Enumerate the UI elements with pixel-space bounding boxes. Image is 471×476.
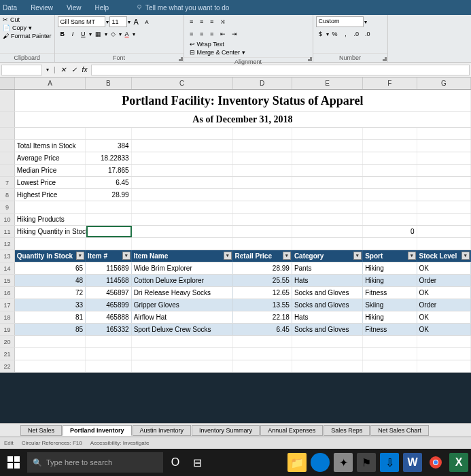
cell[interactable]	[233, 360, 292, 372]
cell[interactable]	[417, 336, 471, 347]
sheet-tab-summary[interactable]: Inventory Summary	[192, 425, 260, 436]
align-right-button[interactable]: ≡	[207, 29, 217, 39]
tell-me-search[interactable]: Tell me what you want to do	[136, 4, 229, 12]
dropdown-arrow-icon[interactable]: ▾	[133, 31, 135, 37]
align-center-button[interactable]: ≡	[197, 29, 207, 39]
cell[interactable]: 165332	[86, 324, 132, 335]
active-cell[interactable]	[86, 226, 132, 237]
cell[interactable]	[233, 336, 292, 347]
chrome-icon[interactable]	[426, 453, 445, 472]
cell[interactable]: 22.18	[233, 311, 292, 323]
cell[interactable]: Hiking Quantity in Stock	[15, 226, 86, 237]
table-header-price[interactable]: Retail Price▾	[233, 250, 292, 262]
cell[interactable]	[15, 128, 86, 139]
cell[interactable]	[292, 214, 363, 225]
decrease-decimal-button[interactable]: .0	[362, 29, 373, 39]
start-button[interactable]	[3, 452, 24, 473]
orientation-button[interactable]: ⤭	[217, 16, 228, 27]
cell[interactable]: 114568	[86, 275, 132, 286]
row-header[interactable]	[0, 152, 15, 164]
format-painter-button[interactable]: 🖌Format Painter	[3, 33, 52, 39]
cell[interactable]	[132, 177, 233, 188]
cell[interactable]	[363, 238, 417, 250]
italic-button[interactable]: I	[68, 29, 77, 39]
cell[interactable]: 33	[15, 299, 86, 311]
col-header-b[interactable]: B	[86, 78, 132, 89]
cell[interactable]	[292, 128, 363, 139]
cell[interactable]: 384	[86, 140, 132, 152]
cell[interactable]	[417, 152, 471, 164]
cell[interactable]	[86, 336, 132, 347]
enter-formula-button[interactable]: ✓	[69, 66, 80, 73]
cell[interactable]	[132, 201, 233, 213]
row-header[interactable]: 12	[0, 238, 15, 250]
cell[interactable]: Highest Price	[15, 189, 86, 201]
cell[interactable]	[15, 348, 86, 360]
cell[interactable]	[292, 201, 363, 213]
excel-icon[interactable]: X	[449, 453, 468, 472]
cell[interactable]: 6.45	[233, 324, 292, 335]
col-header-e[interactable]: E	[292, 78, 363, 89]
sheet-title[interactable]: Portland Facility: Inventory Status of A…	[15, 90, 471, 111]
cell[interactable]	[417, 348, 471, 360]
row-header[interactable]	[0, 90, 15, 111]
cell[interactable]: Order	[417, 299, 471, 311]
cell[interactable]	[132, 165, 233, 176]
tab-help[interactable]: Help	[94, 4, 109, 12]
cell[interactable]	[417, 360, 471, 372]
cell[interactable]: 28.99	[86, 189, 132, 201]
cell[interactable]: Median Price	[15, 165, 86, 176]
cell[interactable]: 25.55	[233, 275, 292, 286]
row-header[interactable]: 7	[0, 177, 15, 188]
row-header[interactable]: 9	[0, 201, 15, 213]
cell[interactable]	[417, 238, 471, 250]
cell[interactable]	[417, 128, 471, 139]
sheet-tab-austin[interactable]: Austin Inventory	[133, 425, 192, 436]
row-header[interactable]: 21	[0, 348, 15, 360]
cell[interactable]	[363, 177, 417, 188]
currency-button[interactable]: $	[316, 29, 326, 39]
row-header[interactable]: 19	[0, 324, 15, 335]
cell[interactable]: 28.99	[233, 262, 292, 274]
cell[interactable]: 48	[15, 275, 86, 286]
wrap-text-button[interactable]: ↩Wrap Text	[190, 41, 310, 48]
font-color-button[interactable]: A	[122, 29, 132, 39]
tab-data[interactable]: Data	[3, 4, 17, 12]
table-header-item[interactable]: Item #▾	[86, 250, 132, 262]
cell[interactable]: 12.65	[233, 287, 292, 299]
cell[interactable]: Hats	[292, 311, 363, 323]
dropdown-arrow-icon[interactable]: ▾	[326, 31, 329, 37]
sheet-tab-chart[interactable]: Net Sales Chart	[370, 425, 429, 436]
percent-button[interactable]: %	[330, 29, 341, 39]
dialog-launcher-icon[interactable]	[383, 57, 387, 61]
cell[interactable]: OK	[417, 324, 471, 335]
taskbar-search[interactable]: 🔍 Type here to search	[27, 452, 163, 473]
cell[interactable]	[15, 360, 86, 372]
cell[interactable]: Socks and Gloves	[292, 299, 363, 311]
status-accessibility[interactable]: Accessibility: Investigate	[90, 440, 150, 446]
cell[interactable]: Socks and Gloves	[292, 287, 363, 299]
align-top-button[interactable]: ≡	[187, 16, 196, 27]
cell[interactable]	[417, 140, 471, 152]
cell[interactable]	[363, 189, 417, 201]
bold-button[interactable]: B	[58, 29, 68, 39]
cell[interactable]	[292, 189, 363, 201]
filter-arrow-icon[interactable]: ▾	[76, 252, 84, 260]
table-header-stock[interactable]: Stock Level▾	[417, 250, 471, 262]
cell[interactable]: OK	[417, 262, 471, 274]
table-header-sport[interactable]: Sport▾	[363, 250, 417, 262]
cell[interactable]	[233, 128, 292, 139]
cell[interactable]	[132, 128, 233, 139]
cell[interactable]	[132, 348, 233, 360]
name-box[interactable]	[1, 65, 42, 75]
cell[interactable]: 6.45	[86, 177, 132, 188]
underline-button[interactable]: U	[78, 29, 88, 39]
cell[interactable]: Skiing	[363, 299, 417, 311]
increase-indent-button[interactable]: ⇥	[229, 29, 240, 39]
cell[interactable]	[363, 336, 417, 347]
align-bottom-button[interactable]: ≡	[207, 16, 217, 27]
dialog-launcher-icon[interactable]	[308, 57, 312, 61]
cell[interactable]: Dri Release Heavy Socks	[132, 287, 233, 299]
cell[interactable]	[363, 152, 417, 164]
cell[interactable]: Hiking	[363, 262, 417, 274]
